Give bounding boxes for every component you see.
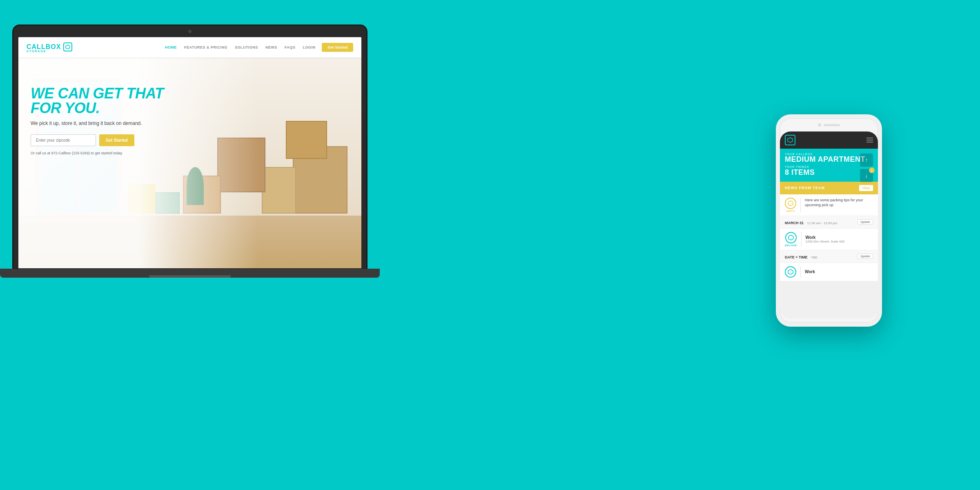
nav-link-news[interactable]: NEWS — [265, 45, 277, 49]
schedule-update-button[interactable]: Update — [858, 219, 873, 225]
phone-camera-area — [818, 123, 840, 127]
hero-subtitle: We pick it up, store it, and bring it ba… — [31, 120, 169, 126]
laptop-base — [0, 269, 380, 278]
svg-text:↑: ↑ — [790, 270, 791, 273]
svg-marker-0 — [66, 45, 70, 49]
schedule-bar-1: MARCH 31 11:30 am - 12:00 pm Update — [780, 216, 878, 229]
website-nav: CALLBOX STORAGE — [18, 37, 361, 58]
news-label: NEWS FROM TEAM — [785, 186, 825, 190]
phone-cam-dot — [818, 123, 821, 127]
nav-link-home[interactable]: HOME — [165, 45, 177, 49]
nav-link-solutions[interactable]: SOLUTIONS — [235, 45, 258, 49]
hero-phone-text: Or call us at 972-Callbox (225-5269) to … — [31, 151, 169, 155]
download-button[interactable]: ↓ 1 — [860, 169, 873, 182]
pickup-divider — [800, 266, 801, 278]
hints-icon: ! — [785, 198, 796, 209]
phone-screen: YOUR CALLBOX MEDIUM APARTMENT YOUR THING… — [780, 131, 878, 318]
mobile-phone-device: YOUR CALLBOX MEDIUM APARTMENT YOUR THING… — [776, 114, 882, 327]
pickup-icon: ↑ — [785, 266, 796, 278]
laptop-frame: CALLBOX STORAGE — [12, 24, 368, 270]
nav-link-faqs[interactable]: FAQs — [285, 45, 296, 49]
nav-get-started-button[interactable]: Get Started — [322, 43, 353, 52]
nav-link-login[interactable]: LOGIN — [303, 45, 315, 49]
website-hero: WE CAN GET THAT FOR YOU. We pick it up, … — [18, 58, 361, 268]
schedule-date: MARCH 31 — [785, 221, 804, 225]
website-logo: CALLBOX STORAGE — [27, 42, 72, 53]
phone-frame: YOUR CALLBOX MEDIUM APARTMENT YOUR THING… — [776, 114, 882, 327]
app-header — [780, 131, 878, 149]
deliver-info: Work 1293 Elm Street, Suite 409 — [806, 235, 873, 243]
laptop-device: CALLBOX STORAGE — [12, 24, 368, 466]
notification-badge: 1 — [869, 167, 875, 173]
svg-marker-1 — [788, 138, 793, 143]
hints-text: Here are some packing tips for your upco… — [805, 198, 873, 208]
deliver-address: 1293 Elm Street, Suite 409 — [806, 240, 873, 243]
svg-text:↓: ↓ — [790, 236, 792, 239]
hero-headline: WE CAN GET THAT FOR YOU. — [31, 86, 169, 116]
datetime-update-button[interactable]: Update — [858, 254, 873, 259]
nav-link-features[interactable]: FEATURES & PRICING — [184, 45, 227, 49]
pickup-row: ↑ Work — [780, 263, 878, 281]
deliver-badge: DELIVER — [785, 244, 797, 247]
laptop-screen: CALLBOX STORAGE — [18, 37, 361, 268]
logo-name: CALLBOX — [27, 43, 61, 50]
schedule-time: 11:30 am - 12:00 pm — [807, 221, 837, 225]
datetime-label: DATE + TIME — [785, 255, 808, 259]
deliver-icon-wrap: ↓ DELIVER — [785, 232, 797, 247]
deliver-name: Work — [806, 235, 873, 240]
view-button[interactable]: View — [859, 185, 873, 191]
hints-row: ! HINTS Here are some packing tips for y… — [780, 194, 878, 216]
upload-button[interactable]: ↑ — [860, 154, 873, 167]
hints-icon-wrap: ! HINTS — [785, 198, 796, 212]
logo-storage-text: STORAGE — [27, 50, 72, 53]
news-bar: NEWS FROM TEAM View — [780, 182, 878, 194]
hints-divider — [800, 198, 801, 212]
datetime-bar: DATE + TIME TBD Update — [780, 250, 878, 263]
website-content: CALLBOX STORAGE — [18, 37, 361, 268]
schedule-date-time: MARCH 31 11:30 am - 12:00 pm — [785, 218, 837, 226]
pickup-label: Work — [805, 270, 815, 274]
hero-get-started-button[interactable]: Get Started — [99, 134, 134, 146]
phone-speaker — [824, 124, 840, 126]
hamburger-menu[interactable] — [866, 138, 873, 143]
zipcode-input[interactable] — [31, 134, 96, 146]
deliver-icon: ↓ — [785, 232, 797, 243]
hero-form: Get Started — [31, 134, 169, 146]
app-logo-icon — [785, 135, 795, 145]
deliver-divider — [801, 232, 802, 247]
datetime-label-wrap: DATE + TIME TBD — [785, 253, 817, 260]
hero-content: WE CAN GET THAT FOR YOU. We pick it up, … — [31, 86, 169, 155]
hints-badge: HINTS — [786, 210, 795, 212]
nav-links: HOME FEATURES & PRICING SOLUTIONS NEWS F… — [165, 45, 315, 49]
deliver-row: ↓ DELIVER Work 1293 Elm Street, Suite 40… — [780, 229, 878, 250]
laptop-camera — [188, 30, 192, 33]
svg-text:!: ! — [790, 202, 791, 206]
app-hero-section: YOUR CALLBOX MEDIUM APARTMENT YOUR THING… — [780, 149, 878, 182]
datetime-tbd: TBD — [811, 256, 817, 259]
app-hero-actions: ↑ ↓ 1 — [860, 154, 873, 182]
